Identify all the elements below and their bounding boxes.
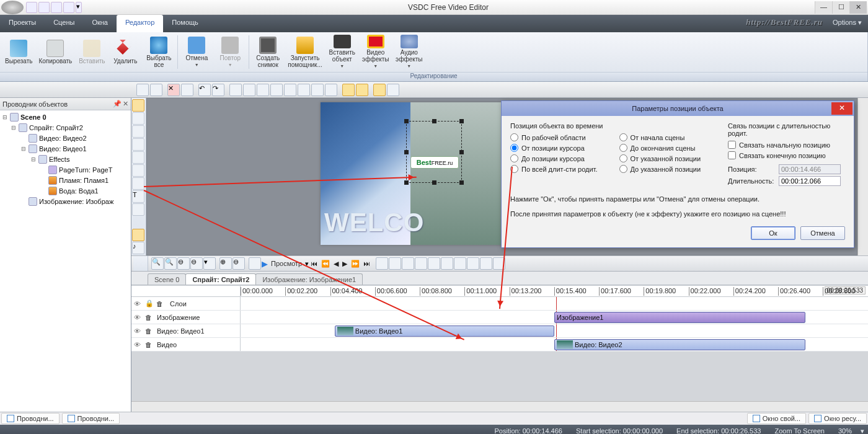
tool-icon[interactable] bbox=[229, 84, 242, 96]
zoom-icon[interactable]: ⊖ bbox=[177, 257, 190, 270]
tl-icon[interactable] bbox=[415, 257, 427, 270]
tool-icon[interactable] bbox=[342, 84, 355, 96]
radio-from-cursor[interactable]: От позиции курсора bbox=[510, 144, 608, 152]
tool-icon[interactable] bbox=[243, 84, 255, 96]
pin-icon[interactable]: 📌 bbox=[113, 100, 122, 108]
menu-projects[interactable]: Проекты bbox=[0, 15, 45, 32]
tool-icon[interactable] bbox=[387, 84, 399, 96]
menu-windows[interactable]: Окна bbox=[83, 15, 117, 32]
tool-icon[interactable] bbox=[136, 84, 149, 96]
cancel-button[interactable]: Отмена bbox=[800, 226, 845, 240]
radio-to-scene-end[interactable]: До окончания сцены bbox=[619, 144, 717, 152]
tool-icon[interactable] bbox=[257, 84, 269, 96]
tl-icon[interactable] bbox=[441, 257, 453, 270]
goto-end-icon[interactable]: ⏭ bbox=[362, 260, 372, 267]
radio-work-area[interactable]: По рабочей области bbox=[510, 133, 608, 141]
paste-button[interactable]: Вставить bbox=[76, 33, 108, 71]
step-fwd-icon[interactable]: ⏩ bbox=[350, 260, 361, 268]
zoom-in-icon[interactable]: 🔍 bbox=[151, 257, 164, 270]
tool-undo-icon[interactable]: ↶ bbox=[198, 84, 211, 96]
tool-delete-icon[interactable]: ✕ bbox=[167, 84, 180, 96]
dialog-title[interactable]: Параметры позиции объекта ✕ bbox=[502, 101, 854, 116]
vtool-icon[interactable] bbox=[132, 164, 144, 177]
goto-start-icon[interactable]: ⏮ bbox=[309, 260, 319, 267]
vtool-icon[interactable] bbox=[132, 138, 144, 151]
tool-icon[interactable] bbox=[311, 84, 324, 96]
step-back-icon[interactable]: ⏪ bbox=[320, 260, 332, 268]
qat-new-icon[interactable] bbox=[26, 2, 37, 13]
timeline-clip[interactable]: Изображение1 bbox=[554, 312, 805, 323]
radio-from-specified[interactable]: От указанной позиции bbox=[619, 154, 717, 162]
tool-icon[interactable] bbox=[298, 84, 310, 96]
layer-row[interactable]: 👁🗑Видео: Видео1 bbox=[131, 324, 241, 337]
vtool-icon[interactable] bbox=[132, 112, 144, 125]
prev-frame-icon[interactable]: ◀ bbox=[332, 260, 340, 268]
tool-icon[interactable] bbox=[356, 84, 368, 96]
horizontal-scrollbar[interactable] bbox=[131, 401, 868, 412]
menu-scenes[interactable]: Сцены bbox=[45, 15, 83, 32]
tl-icon[interactable] bbox=[389, 257, 401, 270]
check-link-end[interactable]: Связать конечную позицию bbox=[728, 151, 845, 159]
panel-tab[interactable]: Окно свой... bbox=[747, 413, 806, 424]
maximize-button[interactable]: ☐ bbox=[832, 1, 849, 14]
tool-icon[interactable] bbox=[270, 84, 283, 96]
qat-open-icon[interactable] bbox=[38, 2, 50, 13]
tool-icon[interactable] bbox=[181, 84, 193, 96]
tool-icon[interactable] bbox=[284, 84, 296, 96]
qat-search-icon[interactable] bbox=[63, 2, 74, 13]
wizard-button[interactable]: Запустить помощник... bbox=[285, 33, 324, 71]
insert-object-button[interactable]: Вставить объект▼ bbox=[326, 33, 358, 71]
check-link-start[interactable]: Связать начальную позицию bbox=[728, 141, 845, 149]
radio-whole-parent[interactable]: По всей длит-сти родит. bbox=[510, 165, 608, 173]
undo-button[interactable]: Отмена▼ bbox=[180, 33, 213, 71]
tl-icon[interactable]: ⊖ bbox=[232, 257, 245, 270]
duration-field[interactable] bbox=[779, 176, 841, 186]
video-effects-button[interactable]: Видео эффекты▼ bbox=[360, 33, 392, 71]
vtool-text-icon[interactable]: T bbox=[132, 190, 144, 203]
tl-icon[interactable]: ⊕ bbox=[219, 257, 232, 270]
vertical-scrollbar[interactable] bbox=[857, 98, 868, 255]
panel-tab[interactable]: Окно ресу... bbox=[808, 413, 867, 424]
dialog-close-button[interactable]: ✕ bbox=[831, 102, 852, 115]
time-ruler[interactable]: 00:00:26.533 00:00.00000:02.20000:04.400… bbox=[241, 286, 868, 296]
vtool-icon[interactable] bbox=[132, 229, 144, 241]
tl-icon[interactable] bbox=[480, 257, 492, 270]
panel-tab[interactable]: Проводни... bbox=[62, 413, 120, 424]
tl-icon[interactable] bbox=[249, 257, 261, 270]
delete-button[interactable]: Удалить bbox=[109, 33, 141, 71]
panel-tab[interactable]: Проводни... bbox=[1, 413, 60, 424]
options-menu[interactable]: Options ▾ bbox=[829, 15, 868, 32]
tl-icon[interactable] bbox=[376, 257, 388, 270]
tool-redo-icon[interactable]: ↷ bbox=[212, 84, 224, 96]
qat-save-icon[interactable] bbox=[51, 2, 62, 13]
ok-button[interactable]: Ок bbox=[751, 226, 795, 240]
breadcrumb-tab[interactable]: Scene 0 bbox=[148, 273, 186, 285]
copy-button[interactable]: Копировать bbox=[36, 33, 74, 71]
play-icon[interactable]: ▶ bbox=[262, 259, 268, 268]
redo-button[interactable]: Повтор▼ bbox=[214, 33, 246, 71]
layer-row[interactable]: 👁🗑Изображение bbox=[131, 311, 241, 324]
qat-dropdown-icon[interactable]: ▾ bbox=[76, 2, 82, 13]
zoom-dropdown-icon[interactable]: ▾ bbox=[861, 427, 864, 435]
tl-icon[interactable] bbox=[428, 257, 440, 270]
zoom-out-icon[interactable]: 🔍 bbox=[164, 257, 177, 270]
zoom-icon[interactable]: ⊖ bbox=[190, 257, 203, 270]
tl-icon[interactable] bbox=[402, 257, 414, 270]
zoom-fit-icon[interactable]: ▾ bbox=[203, 257, 216, 270]
breadcrumb-tab[interactable]: Изображение: Изображение1 bbox=[255, 273, 363, 285]
menu-help[interactable]: Помощь bbox=[163, 15, 207, 32]
vtool-icon[interactable] bbox=[132, 125, 144, 138]
tl-icon[interactable] bbox=[454, 257, 466, 270]
snapshot-button[interactable]: Создать снимок bbox=[252, 33, 284, 71]
vtool-icon[interactable] bbox=[132, 151, 144, 164]
audio-effects-button[interactable]: Аудио эффекты▼ bbox=[393, 33, 425, 71]
cut-button[interactable]: Вырезать bbox=[2, 33, 35, 71]
panel-close-icon[interactable]: ✕ bbox=[123, 100, 128, 108]
breadcrumb-tab[interactable]: Спрайт: Спрайт2 bbox=[185, 273, 256, 285]
tool-icon[interactable] bbox=[373, 84, 386, 96]
selectall-button[interactable]: Выбрать все bbox=[143, 33, 175, 71]
object-tree[interactable]: ⊟Scene 0 ⊟Спрайт: Спрайт2 Видео: Видео2 … bbox=[0, 110, 131, 412]
minimize-button[interactable]: — bbox=[815, 1, 832, 14]
tool-icon[interactable] bbox=[325, 84, 337, 96]
menu-editor[interactable]: Редактор bbox=[117, 15, 163, 32]
